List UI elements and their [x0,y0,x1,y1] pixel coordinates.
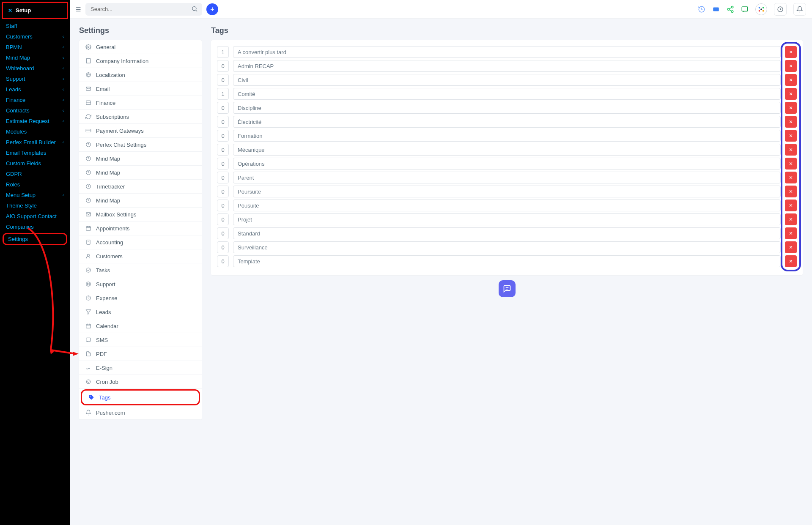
tag-name[interactable]: Standard [233,227,781,239]
menu-toggle-icon[interactable]: ☰ [76,6,81,13]
search-icon[interactable] [191,5,198,14]
add-button[interactable]: + [206,3,218,15]
sidebar-item-modules[interactable]: Modules [0,126,70,137]
tag-name[interactable]: Comité [233,88,781,100]
chat-fab[interactable] [499,280,516,297]
tag-delete-button[interactable] [785,255,797,267]
tag-name[interactable]: Pousuite [233,200,781,211]
settings-item-perfex-chat-settings[interactable]: Perfex Chat Settings [79,138,202,152]
sidebar-item-leads[interactable]: Leads‹ [0,84,70,95]
sidebar-item-label: Customers [6,33,33,40]
settings-item-appointments[interactable]: Appointments [79,221,202,235]
tag-delete-button[interactable] [785,186,797,197]
card-icon[interactable] [712,5,720,13]
settings-item-pdf[interactable]: PDF [79,347,202,361]
sidebar-item-custom-fields[interactable]: Custom Fields [0,158,70,169]
tag-name[interactable]: Surveillance [233,241,781,253]
sidebar-item-estimate-request[interactable]: Estimate Request‹ [0,116,70,126]
settings-item-expense[interactable]: Expense [79,291,202,305]
sidebar-item-label: Staff [6,23,17,29]
tag-delete-button[interactable] [785,46,797,58]
settings-item-customers[interactable]: Customers [79,249,202,263]
sidebar-item-settings[interactable]: Settings [3,233,67,245]
tag-name[interactable]: Électricité [233,116,781,128]
sidebar-item-customers[interactable]: Customers‹ [0,31,70,42]
tag-delete-button[interactable] [785,144,797,156]
tag-name[interactable]: Discipline [233,102,781,114]
tag-delete-button[interactable] [785,172,797,183]
settings-item-timetracker[interactable]: Timetracker [79,180,202,194]
tag-delete-button[interactable] [785,88,797,100]
sidebar-item-mind-map[interactable]: Mind Map‹ [0,52,70,63]
sidebar-item-whiteboard[interactable]: Whiteboard‹ [0,63,70,74]
close-icon[interactable]: ✕ [8,8,12,14]
tag-delete-button[interactable] [785,158,797,170]
settings-item-leads[interactable]: Leads [79,305,202,319]
tag-row: 0Template [217,255,797,267]
settings-item-mind-map[interactable]: Mind Map [79,166,202,180]
tag-delete-button[interactable] [785,130,797,142]
tag-delete-button[interactable] [785,116,797,128]
history-icon[interactable] [698,5,705,13]
tag-name[interactable]: Projet [233,213,781,225]
sidebar-item-contracts[interactable]: Contracts‹ [0,105,70,116]
settings-item-cron-job[interactable]: Cron Job [79,375,202,389]
sidebar-item-aio-support-contact[interactable]: AIO Support Contact [0,211,70,221]
sidebar-item-roles[interactable]: Roles [0,179,70,190]
tag-name[interactable]: Formation [233,130,781,142]
tag-delete-button[interactable] [785,227,797,239]
settings-item-localization[interactable]: Localization [79,68,202,82]
settings-item-company-information[interactable]: Company Information [79,54,202,68]
share-icon[interactable] [727,5,734,13]
tag-delete-button[interactable] [785,213,797,225]
bell-button[interactable] [793,3,806,16]
avatar[interactable] [755,3,767,15]
tag-name[interactable]: Opérations [233,158,781,170]
sidebar-item-email-templates[interactable]: Email Templates [0,148,70,158]
tag-delete-button[interactable] [785,241,797,253]
settings-item-sms[interactable]: SMS [79,333,202,347]
chat-icon[interactable] [741,5,749,13]
settings-item-payment-gateways[interactable]: Payment Gateways [79,124,202,138]
tag-name[interactable]: A convertir plus tard [233,46,781,58]
tag-delete-button[interactable] [785,200,797,211]
sidebar-item-staff[interactable]: Staff [0,21,70,31]
tag-name[interactable]: Civil [233,74,781,86]
tag-name[interactable]: Parent [233,172,781,183]
tag-row: 0Opérations [217,158,797,170]
sidebar-item-companies[interactable]: Companies [0,221,70,232]
settings-item-mailbox-settings[interactable]: Mailbox Settings [79,208,202,221]
settings-item-finance[interactable]: Finance [79,96,202,110]
tag-name[interactable]: Template [233,255,781,267]
search-input[interactable] [85,3,202,16]
sidebar-item-gdpr[interactable]: GDPR [0,169,70,179]
settings-item-e-sign[interactable]: E-Sign [79,361,202,375]
settings-item-calendar[interactable]: Calendar [79,319,202,333]
settings-item-support[interactable]: Support [79,277,202,291]
sidebar-item-finance[interactable]: Finance‹ [0,95,70,105]
tag-name[interactable]: Mécanique [233,144,781,156]
settings-item-tasks[interactable]: Tasks [79,263,202,277]
tag-delete-button[interactable] [785,102,797,114]
settings-item-mind-map[interactable]: Mind Map [79,194,202,208]
sidebar-item-perfex-email-builder[interactable]: Perfex Email Builder‹ [0,137,70,148]
settings-item-pusher.com[interactable]: Pusher.com [79,406,202,420]
sidebar-item-support[interactable]: Support‹ [0,74,70,84]
chevron-left-icon: ‹ [63,193,64,197]
settings-item-mind-map[interactable]: Mind Map [79,152,202,166]
settings-item-tags[interactable]: Tags [81,389,200,405]
tag-delete-button[interactable] [785,60,797,72]
settings-item-accounting[interactable]: Accounting [79,235,202,249]
settings-item-email[interactable]: Email [79,82,202,96]
tag-name[interactable]: Poursuite [233,186,781,197]
tags-card: 1A convertir plus tard0Admin RECAP0Civil… [211,40,803,275]
settings-item-general[interactable]: General [79,40,202,54]
sidebar-header[interactable]: ✕ Setup [2,2,68,19]
settings-item-subscriptions[interactable]: Subscriptions [79,110,202,124]
sidebar-item-menu-setup[interactable]: Menu Setup‹ [0,190,70,200]
sidebar-item-theme-style[interactable]: Theme Style [0,200,70,211]
tag-name[interactable]: Admin RECAP [233,60,781,72]
sidebar-item-bpmn[interactable]: BPMN‹ [0,42,70,52]
tag-delete-button[interactable] [785,74,797,86]
clock-button[interactable] [774,3,787,16]
